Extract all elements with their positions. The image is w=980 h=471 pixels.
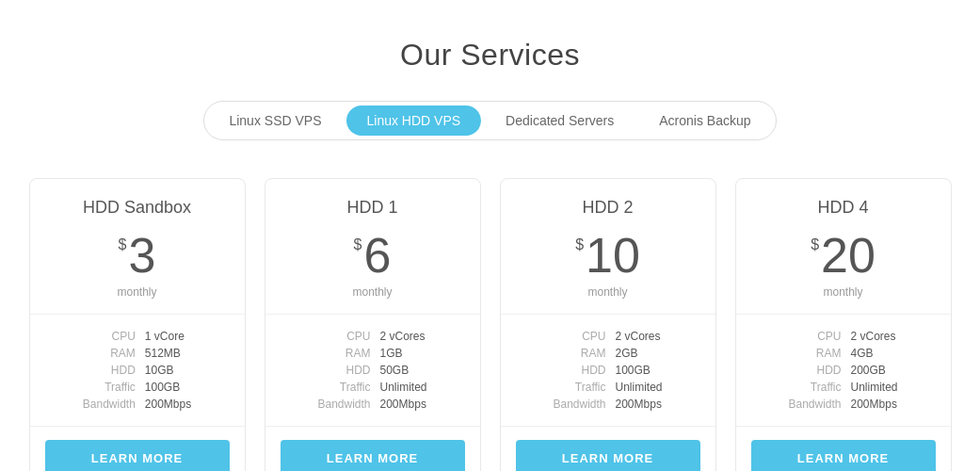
spec-value-hdd-2-bandwidth: 200Mbps — [616, 398, 697, 411]
price-row-hdd-sandbox: $3 — [45, 231, 230, 280]
specs-hdd-2: CPU2 vCoresRAM2GBHDD100GBTrafficUnlimite… — [501, 315, 715, 427]
card-name-hdd-1: HDD 1 — [281, 198, 465, 218]
spec-label-hdd-4-bandwidth: Bandwidth — [755, 398, 842, 411]
price-row-hdd-1: $6 — [281, 231, 465, 280]
card-footer-hdd-2: LEARN MORE — [501, 427, 715, 471]
specs-hdd-4: CPU2 vCoresRAM4GBHDD200GBTrafficUnlimite… — [736, 315, 951, 427]
spec-label-hdd-4-traffic: Traffic — [755, 381, 842, 394]
spec-label-hdd-2-cpu: CPU — [520, 330, 606, 343]
card-hdd-4: HDD 4$20monthlyCPU2 vCoresRAM4GBHDD200GB… — [735, 178, 952, 471]
spec-value-hdd-sandbox-traffic: 100GB — [145, 381, 226, 394]
card-footer-hdd-4: LEARN MORE — [736, 427, 951, 471]
spec-label-hdd-sandbox-traffic: Traffic — [49, 381, 136, 394]
spec-value-hdd-1-bandwidth: 200Mbps — [380, 398, 461, 411]
learn-more-button-hdd-1[interactable]: LEARN MORE — [281, 440, 465, 471]
price-row-hdd-2: $10 — [516, 231, 700, 280]
spec-value-hdd-sandbox-bandwidth: 200Mbps — [145, 398, 226, 411]
spec-value-hdd-sandbox-ram: 512MB — [145, 347, 226, 360]
spec-label-hdd-2-ram: RAM — [520, 347, 606, 360]
price-value-hdd-sandbox: 3 — [128, 231, 155, 280]
specs-hdd-1: CPU2 vCoresRAM1GBHDD50GBTrafficUnlimited… — [265, 315, 480, 427]
price-value-hdd-1: 6 — [363, 231, 391, 280]
spec-label-hdd-sandbox-cpu: CPU — [49, 330, 136, 343]
spec-value-hdd-4-hdd: 200GB — [851, 364, 932, 377]
spec-label-hdd-2-bandwidth: Bandwidth — [520, 398, 606, 411]
tab-linux-ssd-vps[interactable]: Linux SSD VPS — [208, 106, 342, 136]
spec-value-hdd-1-traffic: Unlimited — [380, 381, 461, 394]
spec-value-hdd-4-cpu: 2 vCores — [851, 330, 932, 343]
price-period-hdd-1: monthly — [281, 285, 465, 299]
tab-acronis-backup[interactable]: Acronis Backup — [638, 106, 771, 136]
specs-hdd-sandbox: CPU1 vCoreRAM512MBHDD10GBTraffic100GBBan… — [30, 315, 245, 427]
spec-value-hdd-2-ram: 2GB — [616, 347, 697, 360]
spec-label-hdd-sandbox-ram: RAM — [49, 347, 136, 360]
card-name-hdd-2: HDD 2 — [516, 198, 700, 218]
card-footer-hdd-sandbox: LEARN MORE — [30, 427, 245, 471]
spec-label-hdd-4-ram: RAM — [755, 347, 842, 360]
price-dollar-hdd-1: $ — [354, 236, 362, 253]
card-name-hdd-sandbox: HDD Sandbox — [45, 198, 230, 218]
learn-more-button-hdd-4[interactable]: LEARN MORE — [751, 440, 936, 471]
price-period-hdd-4: monthly — [751, 285, 936, 299]
card-header-hdd-sandbox: HDD Sandbox$3monthly — [30, 179, 245, 315]
spec-value-hdd-1-hdd: 50GB — [380, 364, 461, 377]
price-dollar-hdd-4: $ — [811, 236, 819, 253]
spec-label-hdd-sandbox-hdd: HDD — [49, 364, 136, 377]
price-dollar-hdd-2: $ — [575, 236, 584, 253]
price-value-hdd-2: 10 — [586, 231, 640, 280]
price-period-hdd-2: monthly — [516, 285, 700, 299]
card-header-hdd-1: HDD 1$6monthly — [265, 179, 480, 315]
card-header-hdd-2: HDD 2$10monthly — [501, 179, 715, 315]
learn-more-button-hdd-sandbox[interactable]: LEARN MORE — [45, 440, 230, 471]
card-hdd-sandbox: HDD Sandbox$3monthlyCPU1 vCoreRAM512MBHD… — [29, 178, 246, 471]
spec-label-hdd-2-hdd: HDD — [520, 364, 606, 377]
spec-value-hdd-4-ram: 4GB — [851, 347, 932, 360]
spec-label-hdd-1-traffic: Traffic — [284, 381, 371, 394]
price-value-hdd-4: 20 — [821, 231, 876, 280]
spec-value-hdd-sandbox-hdd: 10GB — [145, 364, 226, 377]
spec-label-hdd-2-traffic: Traffic — [520, 381, 606, 394]
spec-label-hdd-4-hdd: HDD — [755, 364, 842, 377]
learn-more-button-hdd-2[interactable]: LEARN MORE — [516, 440, 700, 471]
spec-value-hdd-sandbox-cpu: 1 vCore — [145, 330, 226, 343]
spec-label-hdd-1-hdd: HDD — [284, 364, 371, 377]
price-period-hdd-sandbox: monthly — [45, 285, 230, 299]
price-row-hdd-4: $20 — [751, 231, 936, 280]
spec-value-hdd-2-cpu: 2 vCores — [616, 330, 697, 343]
tab-dedicated-servers[interactable]: Dedicated Servers — [485, 106, 635, 136]
spec-value-hdd-4-bandwidth: 200Mbps — [851, 398, 932, 411]
card-name-hdd-4: HDD 4 — [751, 198, 936, 218]
spec-label-hdd-1-ram: RAM — [284, 347, 371, 360]
spec-value-hdd-2-hdd: 100GB — [616, 364, 697, 377]
spec-label-hdd-4-cpu: CPU — [755, 330, 842, 343]
tabs-nav: Linux SSD VPSLinux HDD VPSDedicated Serv… — [203, 101, 776, 140]
card-footer-hdd-1: LEARN MORE — [265, 427, 480, 471]
page-title: Our Services — [400, 38, 580, 73]
spec-label-hdd-1-cpu: CPU — [284, 330, 371, 343]
spec-value-hdd-1-cpu: 2 vCores — [380, 330, 461, 343]
spec-label-hdd-1-bandwidth: Bandwidth — [284, 398, 371, 411]
tab-linux-hdd-vps[interactable]: Linux HDD VPS — [346, 106, 482, 136]
spec-value-hdd-4-traffic: Unlimited — [851, 381, 932, 394]
spec-value-hdd-2-traffic: Unlimited — [616, 381, 697, 394]
cards-container: HDD Sandbox$3monthlyCPU1 vCoreRAM512MBHD… — [20, 178, 961, 471]
card-header-hdd-4: HDD 4$20monthly — [736, 179, 951, 315]
card-hdd-1: HDD 1$6monthlyCPU2 vCoresRAM1GBHDD50GBTr… — [265, 178, 481, 471]
spec-label-hdd-sandbox-bandwidth: Bandwidth — [49, 398, 136, 411]
price-dollar-hdd-sandbox: $ — [119, 236, 127, 253]
card-hdd-2: HDD 2$10monthlyCPU2 vCoresRAM2GBHDD100GB… — [500, 178, 716, 471]
spec-value-hdd-1-ram: 1GB — [380, 347, 461, 360]
